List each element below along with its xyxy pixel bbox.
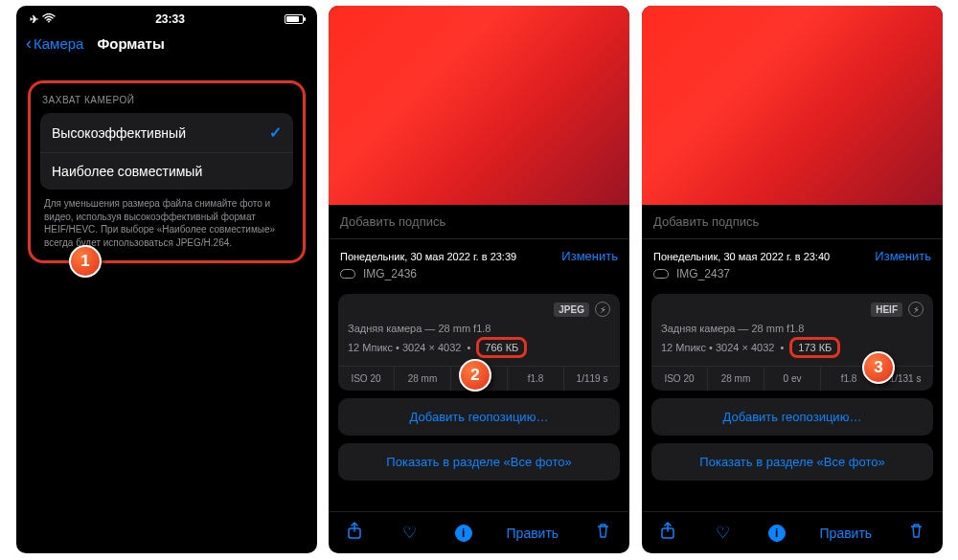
status-time: 23:33 — [155, 12, 185, 26]
annotation-marker-2: 2 — [459, 359, 491, 392]
trash-icon[interactable] — [906, 523, 927, 544]
back-label: Камера — [34, 35, 83, 52]
chevron-left-icon: ‹ — [26, 34, 32, 52]
flash-icon: ⚡︎ — [908, 302, 924, 317]
cloud-icon — [653, 269, 669, 279]
show-in-all-photos-button[interactable]: Показать в разделе «Все фото» — [651, 443, 933, 481]
photo-preview[interactable] — [329, 6, 629, 205]
airplane-mode-icon: ✈︎ — [30, 13, 38, 26]
photo-details-jpeg: Добавить подпись Понедельник, 30 мая 202… — [329, 6, 629, 553]
resolution-line: 12 Мпикс • 3024 × 4032 — [661, 342, 774, 353]
share-icon[interactable] — [344, 522, 365, 544]
meta-row: Понедельник, 30 мая 2022 г. в 23:40 Изме… — [642, 239, 943, 267]
share-icon[interactable] — [657, 522, 678, 544]
edit-button[interactable]: Править — [507, 526, 559, 541]
option-label: Высокоэффективный — [52, 125, 186, 141]
caption-field[interactable]: Добавить подпись — [329, 205, 629, 238]
info-icon[interactable]: i — [455, 525, 472, 542]
page-title: Форматы — [97, 35, 164, 52]
option-most-compatible[interactable]: Наиболее совместимый — [40, 152, 293, 190]
photo-details-heif: Добавить подпись Понедельник, 30 мая 202… — [642, 6, 943, 553]
checkmark-icon: ✓ — [269, 123, 282, 142]
exif-focal: 28 mm — [395, 367, 451, 391]
bottom-toolbar: ♡ i Править — [642, 511, 943, 553]
add-geolocation-button[interactable]: Добавить геопозицию… — [651, 398, 933, 436]
file-size: 766 КБ — [476, 337, 527, 358]
cloud-icon — [340, 269, 355, 279]
resolution-line: 12 Мпикс • 3024 × 4032 — [348, 342, 461, 353]
format-tag: JPEG — [554, 302, 589, 317]
annotation-marker-3: 3 — [862, 351, 895, 384]
option-label: Наиболее совместимый — [52, 164, 202, 179]
info-icon[interactable]: i — [768, 525, 786, 542]
settings-formats-screen: ✈︎ 23:33 ‹ Камера Форматы ЗАХВАТ КАМЕРОЙ — [16, 6, 317, 553]
photo-date: Понедельник, 30 мая 2022 г. в 23:40 — [653, 251, 875, 262]
format-options: Высокоэффективный ✓ Наиболее совместимый — [40, 113, 293, 190]
edit-button[interactable]: Править — [820, 526, 873, 541]
format-tag: HEIF — [871, 302, 902, 317]
adjust-date-button[interactable]: Изменить — [875, 249, 931, 263]
svg-point-0 — [48, 21, 50, 23]
trash-icon[interactable] — [593, 523, 614, 544]
heart-icon[interactable]: ♡ — [399, 523, 421, 543]
filename-row: IMG_2436 — [329, 267, 629, 288]
adjust-date-button[interactable]: Изменить — [561, 249, 618, 263]
exif-iso: ISO 20 — [651, 367, 708, 391]
exif-focal: 28 mm — [708, 367, 764, 391]
section-header: ЗАХВАТ КАМЕРОЙ — [40, 93, 293, 113]
filename: IMG_2437 — [676, 267, 730, 280]
heart-icon[interactable]: ♡ — [713, 523, 734, 543]
add-geolocation-button[interactable]: Добавить геопозицию… — [338, 398, 620, 436]
camera-line: Задняя камера — 28 mm f1.8 — [348, 323, 610, 337]
camera-line: Задняя камера — 28 mm f1.8 — [661, 323, 924, 337]
photo-date: Понедельник, 30 мая 2022 г. в 23:39 — [340, 251, 561, 262]
battery-icon — [285, 14, 304, 24]
exif-card: JPEG ⚡︎ Задняя камера — 28 mm f1.8 12 Мп… — [338, 294, 620, 391]
section-footer: Для уменьшения размера файла снимайте фо… — [40, 190, 293, 255]
exif-ev: 0 ev — [764, 367, 821, 391]
annotation-marker-1: 1 — [69, 245, 102, 278]
back-button[interactable]: ‹ Камера — [26, 34, 83, 52]
exif-ap: f1.8 — [508, 367, 564, 391]
caption-field[interactable]: Добавить подпись — [642, 205, 943, 238]
exif-card: HEIF ⚡︎ Задняя камера — 28 mm f1.8 12 Мп… — [651, 294, 933, 391]
photo-preview[interactable] — [642, 6, 943, 205]
filename-row: IMG_2437 — [642, 267, 943, 288]
screenshot-stage: ✈︎ 23:33 ‹ Камера Форматы ЗАХВАТ КАМЕРОЙ — [0, 0, 958, 560]
file-size: 173 КБ — [789, 337, 840, 358]
exif-sh: 1/119 s — [564, 367, 620, 391]
filename: IMG_2436 — [363, 267, 417, 280]
camera-capture-group: ЗАХВАТ КАМЕРОЙ Высокоэффективный ✓ Наибо… — [28, 80, 306, 263]
wifi-icon — [42, 13, 56, 25]
status-bar: ✈︎ 23:33 — [16, 6, 317, 27]
exif-iso: ISO 20 — [338, 367, 395, 391]
option-high-efficiency[interactable]: Высокоэффективный ✓ — [40, 113, 293, 152]
bottom-toolbar: ♡ i Править — [329, 511, 629, 553]
meta-row: Понедельник, 30 мая 2022 г. в 23:39 Изме… — [329, 239, 629, 267]
nav-bar: ‹ Камера Форматы — [16, 27, 317, 61]
flash-icon: ⚡︎ — [595, 302, 610, 317]
show-in-all-photos-button[interactable]: Показать в разделе «Все фото» — [338, 443, 620, 481]
